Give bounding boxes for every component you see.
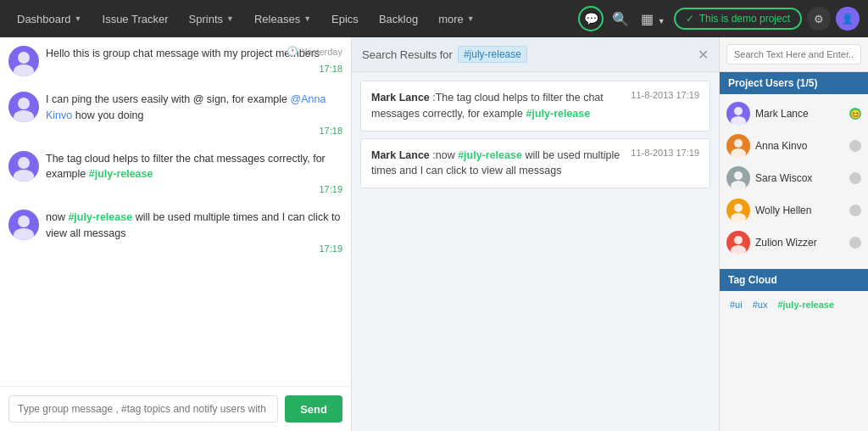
user-item-0[interactable]: Mark Lance 😊 [720,98,868,130]
msg-avatar-1 [8,46,39,76]
sprints-arrow-icon: ▼ [226,14,234,23]
result-header-2: Mark Lance :now #july-release will be us… [371,148,699,180]
result-time-1: 11-8-2013 17:19 [631,90,699,100]
msg-body-2: I can ping the users easily with @ sign,… [46,92,342,136]
search-tag-badge[interactable]: #july-release [458,46,527,63]
msg-avatar-4 [8,210,39,240]
msg-mention: @Anna Kinvo [46,93,326,121]
msg-body-1: 🕐 Yesterday Hello this is group chat mes… [46,46,342,76]
svg-point-7 [14,228,34,240]
search-results-list: Mark Lance :The tag cloud helps to filte… [352,72,719,431]
result-text-2: Mark Lance :now #july-release will be us… [371,148,622,180]
tag-cloud-header: Tag Cloud [720,269,868,291]
tag-cloud-section: Tag Cloud #ui #ux #july-release [720,269,868,318]
user-item-1[interactable]: Anna Kinvo [720,130,868,162]
msg-tag-4[interactable]: #july-release [68,211,132,223]
user-item-3[interactable]: Wolly Hellen [720,194,868,227]
nav-sprints[interactable]: Sprints ▼ [181,8,242,31]
result-tag-1[interactable]: #july-release [526,108,590,120]
user-status-1 [849,140,861,152]
user-name-4: Zulion Wizzer [755,237,844,249]
user-avatar-2 [726,166,750,190]
result-header-1: Mark Lance :The tag cloud helps to filte… [371,90,699,122]
user-avatar-4 [726,231,750,255]
svg-point-17 [731,245,746,255]
user-name-2: Sara Wiscox [755,172,844,184]
svg-point-16 [734,236,743,244]
nav-issue-tracker[interactable]: Issue Tracker [94,8,177,31]
tag-ui[interactable]: #ui [726,298,746,311]
user-name-3: Wolly Hellen [755,204,844,216]
navbar: Dashboard ▼ Issue Tracker Sprints ▼ Rele… [0,0,868,37]
search-result-1: Mark Lance :The tag cloud helps to filte… [360,81,710,132]
search-header-left: Search Results for #july-release [362,46,527,63]
result-text-1: Mark Lance :The tag cloud helps to filte… [371,90,622,122]
chat-message-4: now #july-release will be used multiple … [8,210,342,254]
nav-more[interactable]: more ▼ [430,8,483,31]
chat-messages: 🕐 Yesterday Hello this is group chat mes… [0,37,351,386]
search-icon-button[interactable]: 🔍 [609,8,632,31]
search-close-icon[interactable]: ✕ [698,47,709,63]
nav-dashboard[interactable]: Dashboard ▼ [8,8,91,31]
nav-epics[interactable]: Epics [323,8,367,31]
svg-point-3 [14,110,34,122]
clock-icon: 🕐 [287,46,298,57]
search-header: Search Results for #july-release ✕ [352,37,719,72]
chat-message-2: I can ping the users easily with @ sign,… [8,92,342,136]
svg-point-5 [14,170,34,182]
send-button[interactable]: Send [285,395,342,423]
msg-tag-3[interactable]: #july-release [89,168,153,180]
svg-point-8 [734,107,743,115]
user-list: Mark Lance 😊 Anna Kinvo Sara Wiscox [720,94,868,262]
msg-body-4: now #july-release will be used multiple … [46,210,342,254]
user-avatar-1 [726,134,750,158]
result-tag-2[interactable]: #july-release [458,149,522,161]
chat-icon-button[interactable]: 💬 [578,6,604,31]
user-status-3 [849,204,861,216]
demo-project-button[interactable]: ✓ This is demo project [674,8,802,30]
nav-icons: 💬 🔍 ▦ ▼ ✓ This is demo project ⚙ 👤 [578,6,860,31]
msg-text-3: The tag cloud helps to filter the chat m… [46,151,342,183]
search-result-2: Mark Lance :now #july-release will be us… [360,138,710,189]
tag-cloud-items: #ui #ux #july-release [720,291,868,318]
grid-icon-button[interactable]: ▦ ▼ [637,8,668,31]
user-item-4[interactable]: Zulion Wizzer [720,227,868,259]
settings-button[interactable]: ⚙ [807,7,831,31]
user-avatar-0 [726,102,750,126]
svg-point-2 [18,98,30,109]
user-item-2[interactable]: Sara Wiscox [720,162,868,194]
svg-point-15 [731,213,746,222]
user-avatar-3 [726,199,750,222]
tag-july-release[interactable]: #july-release [774,298,837,311]
msg-avatar-2 [8,92,39,122]
msg-time-3: 17:19 [46,184,342,194]
user-status-2 [849,172,861,184]
right-search-box [720,37,868,72]
svg-point-1 [14,64,34,76]
result-author-2: Mark Lance [371,149,430,161]
nav-releases[interactable]: Releases ▼ [246,8,320,31]
svg-point-12 [734,171,743,180]
project-users-header: Project Users (1/5) [720,72,868,94]
right-search-input[interactable] [726,44,861,64]
main-layout: 🕐 Yesterday Hello this is group chat mes… [0,37,868,431]
result-author-1: Mark Lance [371,92,430,104]
svg-point-9 [731,116,746,126]
chat-input[interactable] [8,395,278,423]
msg-time-4: 17:19 [46,243,342,254]
check-icon: ✓ [686,13,694,25]
user-name-1: Anna Kinvo [755,140,844,152]
msg-body-3: The tag cloud helps to filter the chat m… [46,151,342,195]
msg-time-1: 17:18 [46,64,342,74]
releases-arrow-icon: ▼ [303,14,311,23]
nav-backlog[interactable]: Backlog [370,8,426,31]
chat-input-area: Send [0,386,351,431]
svg-point-13 [731,181,746,190]
svg-point-4 [18,157,30,169]
user-avatar[interactable]: 👤 [836,7,860,31]
search-results-panel: Search Results for #july-release ✕ Mark … [352,37,720,431]
user-name-0: Mark Lance [755,108,844,120]
svg-point-11 [731,148,746,158]
tag-ux[interactable]: #ux [749,298,771,311]
chat-panel: 🕐 Yesterday Hello this is group chat mes… [0,37,352,431]
